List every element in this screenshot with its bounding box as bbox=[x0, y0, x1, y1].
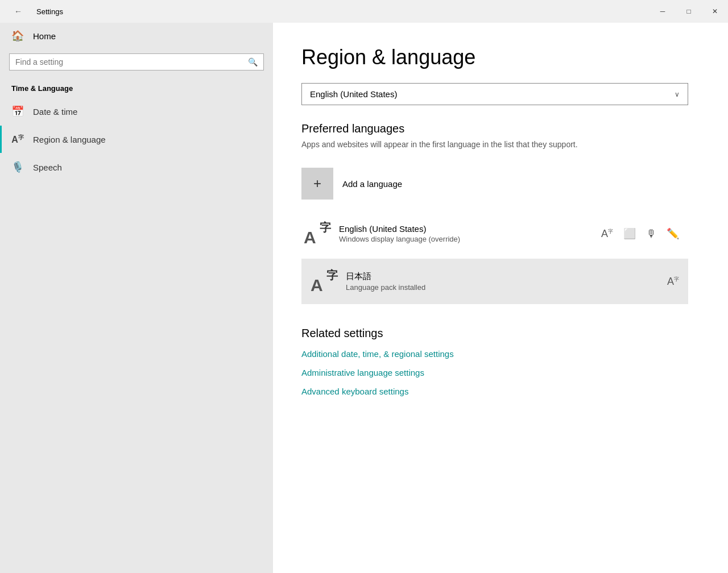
title-bar: ← Settings ─ □ ✕ bbox=[0, 0, 728, 23]
related-link-advanced-keyboard[interactable]: Advanced keyboard settings bbox=[301, 387, 700, 396]
add-icon: + bbox=[301, 168, 333, 200]
english-lang-icon: A 字 bbox=[301, 218, 333, 250]
japanese-lang-info: 日本語 Language pack installed bbox=[340, 271, 665, 292]
window-title: Settings bbox=[36, 7, 63, 16]
lang-display-icon[interactable]: ⬜ bbox=[621, 225, 638, 242]
preferred-languages-desc: Apps and websites will appear in the fir… bbox=[301, 139, 688, 151]
sidebar-item-speech[interactable]: 🎙️ Speech bbox=[0, 153, 273, 181]
chevron-down-icon: ∨ bbox=[675, 90, 680, 98]
add-language-button[interactable]: + Add a language bbox=[301, 162, 700, 205]
english-lang-status: Windows display language (override) bbox=[339, 235, 599, 243]
japanese-lang-name: 日本語 bbox=[346, 271, 665, 282]
sidebar-item-region-language[interactable]: A字 Region & language bbox=[0, 126, 273, 153]
country-dropdown-value: English (United States) bbox=[310, 89, 397, 99]
language-item-japanese[interactable]: A 字 日本語 Language pack installed A字 bbox=[301, 259, 688, 304]
speech-icon: 🎙️ bbox=[11, 161, 24, 173]
content-area: Region & language English (United States… bbox=[273, 23, 728, 573]
country-dropdown[interactable]: English (United States) ∨ bbox=[301, 83, 688, 105]
search-box[interactable]: 🔍 bbox=[9, 53, 264, 70]
home-label: Home bbox=[33, 31, 56, 41]
english-lang-name: English (United States) bbox=[339, 224, 599, 234]
japanese-lang-icon: A 字 bbox=[308, 265, 340, 297]
minimize-button[interactable]: ─ bbox=[650, 0, 676, 23]
japanese-lang-status: Language pack installed bbox=[346, 283, 665, 292]
japanese-lang-actions: A字 bbox=[665, 273, 681, 290]
region-language-icon: A字 bbox=[11, 134, 24, 145]
search-input[interactable] bbox=[15, 57, 243, 67]
add-language-label: Add a language bbox=[342, 179, 402, 189]
related-settings-title: Related settings bbox=[301, 327, 700, 340]
lang-speech-icon[interactable]: 🎙 bbox=[644, 226, 659, 242]
related-link-admin-language[interactable]: Administrative language settings bbox=[301, 368, 700, 377]
english-lang-info: English (United States) Windows display … bbox=[333, 224, 599, 243]
related-link-date-time[interactable]: Additional date, time, & regional settin… bbox=[301, 349, 700, 359]
title-bar-left: ← Settings bbox=[7, 0, 63, 23]
speech-label: Speech bbox=[33, 163, 62, 172]
sidebar-section-title: Time & Language bbox=[0, 80, 273, 97]
date-time-icon: 📅 bbox=[11, 105, 24, 118]
back-button[interactable]: ← bbox=[7, 0, 30, 23]
search-icon: 🔍 bbox=[248, 57, 258, 67]
sidebar-item-date-time[interactable]: 📅 Date & time bbox=[0, 97, 273, 126]
maximize-button[interactable]: □ bbox=[676, 0, 702, 23]
sidebar: 🏠 Home 🔍 Time & Language 📅 Date & time A… bbox=[0, 23, 273, 573]
close-button[interactable]: ✕ bbox=[702, 0, 728, 23]
home-icon: 🏠 bbox=[11, 30, 24, 42]
japanese-lang-text-icon[interactable]: A字 bbox=[665, 273, 681, 290]
language-item-english[interactable]: A 字 English (United States) Windows disp… bbox=[301, 211, 688, 256]
sidebar-item-home[interactable]: 🏠 Home bbox=[0, 23, 273, 49]
app-body: 🏠 Home 🔍 Time & Language 📅 Date & time A… bbox=[0, 23, 728, 573]
lang-handwriting-icon[interactable]: ✏️ bbox=[664, 225, 681, 242]
window-controls: ─ □ ✕ bbox=[650, 0, 728, 23]
english-lang-actions: A字 ⬜ 🎙 ✏️ bbox=[599, 225, 681, 242]
preferred-languages-title: Preferred languages bbox=[301, 122, 700, 135]
date-time-label: Date & time bbox=[33, 107, 77, 117]
lang-text-icon[interactable]: A字 bbox=[599, 226, 615, 242]
region-language-label: Region & language bbox=[33, 135, 106, 144]
page-title: Region & language bbox=[301, 45, 700, 69]
